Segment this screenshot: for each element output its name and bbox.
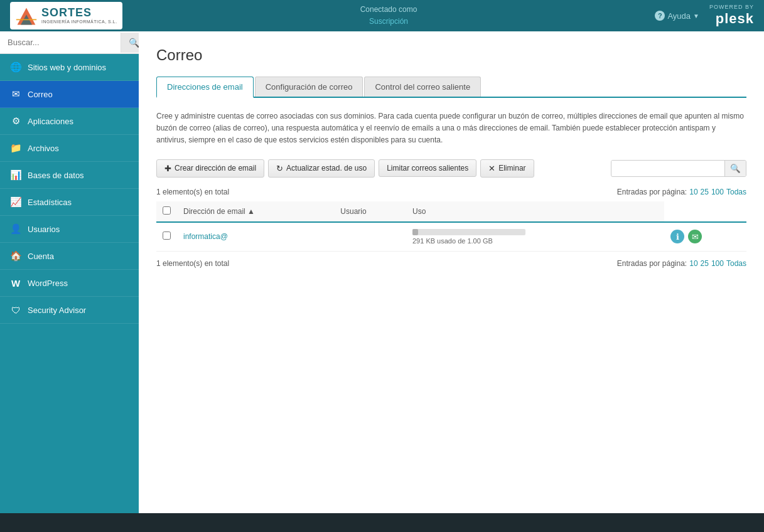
logo-area: SORTES INGENIERÍA INFORMÁTICA, S.L. xyxy=(10,2,122,29)
svg-rect-3 xyxy=(16,19,36,20)
row-actions-cell: ℹ ✉ xyxy=(664,222,746,252)
per-page-10-bottom[interactable]: 10 xyxy=(689,259,697,268)
table-search-input[interactable] xyxy=(611,161,724,176)
table-search-button[interactable]: 🔍 xyxy=(724,161,746,176)
connected-label: Conectado como xyxy=(360,4,417,16)
sidebar-item-cuenta[interactable]: 🏠 Cuenta xyxy=(0,243,139,270)
powered-by-label: POWERED BY xyxy=(709,4,754,11)
page-description: Cree y administre cuentas de correo asoc… xyxy=(156,110,746,147)
sidebar-item-estadisticas[interactable]: 📈 Estadísticas xyxy=(0,189,139,216)
sidebar-nav: 🌐 Sitios web y dominios ✉ Correo ⚙ Aplic… xyxy=(0,54,139,513)
sidebar-label-cuenta: Cuenta xyxy=(28,252,54,261)
sortes-logo-icon xyxy=(15,4,38,27)
col-email-header[interactable]: Dirección de email ▲ xyxy=(177,201,334,222)
logo-text: SORTES INGENIERÍA INFORMÁTICA, S.L. xyxy=(41,7,117,24)
uso-col-label: Uso xyxy=(412,207,426,216)
delete-icon: ✕ xyxy=(488,164,495,173)
logo-name: SORTES xyxy=(41,7,117,19)
stats-icon: 📈 xyxy=(10,196,21,208)
top-header: SORTES INGENIERÍA INFORMÁTICA, S.L. Cone… xyxy=(0,0,764,31)
footer xyxy=(0,513,764,532)
total-count-bottom: 1 elemento(s) en total xyxy=(156,259,229,268)
tab-configuracion[interactable]: Configuración de correo xyxy=(255,77,363,97)
database-icon: 📊 xyxy=(10,169,21,181)
per-page-todas-top[interactable]: Todas xyxy=(726,188,746,196)
per-page-todas-bottom[interactable]: Todas xyxy=(726,259,746,268)
row-checkbox-cell xyxy=(156,222,177,252)
help-button[interactable]: ? Ayuda ▼ xyxy=(655,11,699,21)
per-page-label-top: Entradas por página: xyxy=(617,188,687,196)
delete-button[interactable]: ✕ Eliminar xyxy=(480,159,534,178)
select-all-checkbox[interactable] xyxy=(163,206,171,215)
search-input[interactable] xyxy=(0,31,121,53)
row-email-cell: informatica@ xyxy=(177,222,334,252)
plus-icon: ✚ xyxy=(164,164,171,173)
per-page-25-top[interactable]: 25 xyxy=(701,188,709,196)
per-page-100-bottom[interactable]: 100 xyxy=(711,259,724,268)
tab-control[interactable]: Control del correo saliente xyxy=(364,77,481,97)
usage-bar-container: 291 KB usado de 1.00 GB xyxy=(412,229,538,245)
sidebar-item-security[interactable]: 🛡 Security Advisor xyxy=(0,297,139,324)
row-usuario-cell xyxy=(334,222,406,252)
header-center: Conectado como Suscripción xyxy=(360,4,417,28)
email-table: Dirección de email ▲ Usuario Uso xyxy=(156,201,746,252)
usage-text: 291 KB usado de 1.00 GB xyxy=(412,237,538,245)
logo-sub: INGENIERÍA INFORMÁTICA, S.L. xyxy=(41,19,117,24)
tab-direcciones[interactable]: Direcciones de email xyxy=(156,77,254,98)
toolbar: ✚ Crear dirección de email ↻ Actualizar … xyxy=(156,159,746,178)
pagination-bottom: Entradas por página: 10 25 100 Todas xyxy=(617,259,746,268)
usage-bar-fill xyxy=(412,229,418,235)
col-uso-header: Uso xyxy=(406,201,664,222)
email-link[interactable]: informatica@ xyxy=(183,232,228,241)
sidebar-item-usuarios[interactable]: 👤 Usuarios xyxy=(0,216,139,243)
help-label: Ayuda xyxy=(667,11,691,21)
count-row-bottom: 1 elemento(s) en total Entradas por pági… xyxy=(156,259,746,268)
action-icons: ℹ ✉ xyxy=(670,230,740,243)
sidebar-label-wordpress: WordPress xyxy=(28,279,68,288)
create-email-button[interactable]: ✚ Crear dirección de email xyxy=(156,159,264,178)
help-chevron-icon: ▼ xyxy=(693,13,699,19)
main-layout: 🔍 🌐 Sitios web y dominios ✉ Correo ⚙ Apl… xyxy=(0,31,764,513)
subscription-link[interactable]: Suscripción xyxy=(369,17,408,26)
pagination-top: Entradas por página: 10 25 100 Todas xyxy=(617,188,746,196)
logo-box: SORTES INGENIERÍA INFORMÁTICA, S.L. xyxy=(10,2,122,29)
email-action-icon[interactable]: ✉ xyxy=(688,230,702,243)
limit-outgoing-button[interactable]: Limitar correos salientes xyxy=(379,159,476,177)
sidebar-label-correo: Correo xyxy=(28,90,53,99)
globe-icon: 🌐 xyxy=(10,61,21,73)
select-all-header xyxy=(156,201,177,222)
wordpress-icon: W xyxy=(10,277,21,289)
sidebar-item-bases[interactable]: 📊 Bases de datos xyxy=(0,162,139,189)
sidebar-label-sitios: Sitios web y dominios xyxy=(28,63,106,72)
update-btn-label: Actualizar estad. de uso xyxy=(286,164,367,173)
per-page-25-bottom[interactable]: 25 xyxy=(701,259,709,268)
table-row: informatica@ 291 KB usado de 1.00 GB xyxy=(156,222,746,252)
sidebar-label-archivos: Archivos xyxy=(28,144,59,153)
update-stats-button[interactable]: ↻ Actualizar estad. de uso xyxy=(268,159,375,178)
info-action-icon[interactable]: ℹ xyxy=(670,230,684,243)
sidebar-label-usuarios: Usuarios xyxy=(28,225,60,234)
user-icon: 👤 xyxy=(10,223,21,235)
sidebar-item-correo[interactable]: ✉ Correo xyxy=(0,81,139,108)
sidebar-item-wordpress[interactable]: W WordPress xyxy=(0,270,139,297)
search-box: 🔍 xyxy=(0,31,139,54)
tabs-row: Direcciones de email Configuración de co… xyxy=(156,77,746,98)
header-right: ? Ayuda ▼ POWERED BY plesk xyxy=(655,4,754,27)
delete-btn-label: Eliminar xyxy=(498,164,525,173)
sidebar-item-sitios[interactable]: 🌐 Sitios web y dominios xyxy=(0,54,139,81)
help-icon: ? xyxy=(655,11,665,21)
account-icon: 🏠 xyxy=(10,250,21,262)
row-uso-cell: 291 KB usado de 1.00 GB xyxy=(406,222,664,252)
per-page-10-top[interactable]: 10 xyxy=(689,188,697,196)
row-checkbox[interactable] xyxy=(163,231,171,240)
sidebar: 🔍 🌐 Sitios web y dominios ✉ Correo ⚙ Apl… xyxy=(0,31,139,513)
sidebar-item-aplicaciones[interactable]: ⚙ Aplicaciones xyxy=(0,108,139,135)
count-row-top: 1 elemento(s) en total Entradas por pági… xyxy=(156,188,746,196)
sidebar-item-archivos[interactable]: 📁 Archivos xyxy=(0,135,139,162)
create-btn-label: Crear dirección de email xyxy=(175,164,256,173)
per-page-100-top[interactable]: 100 xyxy=(711,188,724,196)
content-area: Correo Direcciones de email Configuració… xyxy=(139,31,764,513)
per-page-label-bottom: Entradas por página: xyxy=(617,259,687,268)
col-usuario-header: Usuario xyxy=(334,201,406,222)
sidebar-label-aplicaciones: Aplicaciones xyxy=(28,117,73,126)
